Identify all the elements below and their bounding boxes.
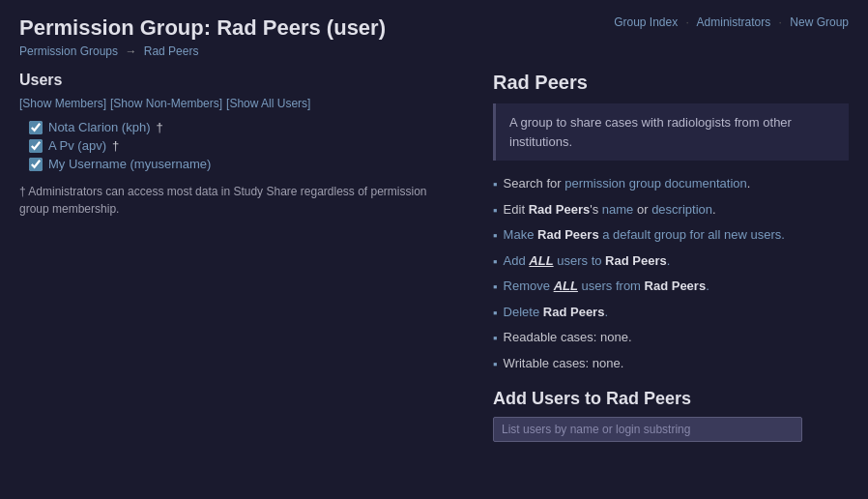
user-link-2[interactable]: My Username (myusername) (48, 157, 211, 171)
top-navigation: Group Index · Administrators · New Group (614, 15, 849, 29)
sep1: · (686, 15, 689, 29)
user-link-1[interactable]: A Pv (apv) (48, 138, 106, 153)
action-item-writable: ▪ Writable cases: none. (493, 354, 849, 374)
dagger-1: † (112, 138, 119, 153)
action-item-default: ▪ Make Rad Peers a default group for all… (493, 225, 849, 246)
bullet-icon: ▪ (493, 175, 498, 194)
group-index-link[interactable]: Group Index (614, 15, 678, 29)
show-members-link[interactable]: [Show Members] (19, 97, 106, 110)
sep2: · (779, 15, 782, 29)
action-item-remove: ▪ Remove ALL users from Rad Peers. (493, 277, 849, 297)
add-users-title: Add Users to Rad Peers (493, 389, 849, 409)
breadcrumb-current: Rad Peers (144, 44, 199, 58)
right-panel: Rad Peers A group to share cases with ra… (493, 72, 849, 442)
user-checkbox-1[interactable] (29, 139, 43, 153)
action-edit-text: Edit Rad Peers's name or description. (504, 200, 716, 220)
bullet-icon: ▪ (493, 304, 498, 323)
bullet-icon: ▪ (493, 201, 498, 220)
user-filter-links: [Show Members] [Show Non-Members] [Show … (19, 97, 464, 110)
user-item-0: Nota Clarion (kph) † (29, 120, 464, 134)
action-delete-text: Delete Rad Peers. (504, 303, 608, 322)
remove-all-users-link[interactable]: Remove ALL users from Rad Peers. (504, 279, 709, 293)
add-users-search-input[interactable] (493, 417, 802, 442)
action-search-text: Search for permission group documentatio… (504, 174, 751, 193)
bullet-icon: ▪ (493, 329, 498, 348)
delete-group-link[interactable]: Delete Rad Peers. (504, 305, 608, 319)
group-description: A group to share cases with radiologists… (493, 103, 849, 161)
breadcrumb-parent-link[interactable]: Permission Groups (19, 44, 118, 58)
users-section-title: Users (19, 72, 464, 89)
action-readable-text: Readable cases: none. (504, 328, 632, 347)
action-list: ▪ Search for permission group documentat… (493, 174, 849, 373)
breadcrumb: Permission Groups → Rad Peers (19, 44, 849, 58)
left-panel: Users [Show Members] [Show Non-Members] … (19, 72, 464, 442)
action-item-readable: ▪ Readable cases: none. (493, 328, 849, 348)
breadcrumb-arrow: → (125, 44, 136, 58)
user-item-2: My Username (myusername) (29, 157, 464, 171)
action-add-text: Add ALL users to Rad Peers. (504, 251, 671, 271)
action-item-edit: ▪ Edit Rad Peers's name or description. (493, 200, 849, 220)
action-item-add: ▪ Add ALL users to Rad Peers. (493, 251, 849, 272)
user-list: Nota Clarion (kph) † A Pv (apv) † My Use… (29, 120, 464, 171)
bullet-icon: ▪ (493, 226, 498, 246)
bullet-icon: ▪ (493, 355, 498, 374)
bullet-icon: ▪ (493, 252, 498, 272)
edit-description-link[interactable]: description (651, 202, 712, 217)
action-item-search: ▪ Search for permission group documentat… (493, 174, 849, 194)
action-item-delete: ▪ Delete Rad Peers. (493, 303, 849, 323)
permission-group-doc-link[interactable]: permission group documentation (564, 176, 747, 191)
user-checkbox-0[interactable] (29, 121, 43, 134)
footnote: † Administrators can access most data in… (19, 183, 435, 218)
action-default-text: Make Rad Peers a default group for all n… (504, 225, 785, 245)
make-default-link[interactable]: Make Rad Peers a default group for all n… (504, 227, 785, 242)
user-checkbox-2[interactable] (29, 158, 43, 171)
add-all-users-link[interactable]: Add ALL users to Rad Peers. (504, 253, 671, 268)
user-item-1: A Pv (apv) † (29, 138, 464, 153)
user-link-0[interactable]: Nota Clarion (kph) (48, 120, 151, 134)
show-all-users-link[interactable]: [Show All Users] (226, 97, 310, 110)
action-remove-text: Remove ALL users from Rad Peers. (504, 277, 709, 296)
show-non-members-link[interactable]: [Show Non-Members] (110, 97, 222, 110)
bullet-icon: ▪ (493, 278, 498, 297)
group-name-title: Rad Peers (493, 72, 849, 94)
administrators-link[interactable]: Administrators (697, 15, 771, 29)
edit-name-link[interactable]: name (602, 202, 634, 217)
dagger-0: † (157, 120, 163, 134)
action-writable-text: Writable cases: none. (504, 354, 624, 373)
new-group-link[interactable]: New Group (790, 15, 849, 29)
